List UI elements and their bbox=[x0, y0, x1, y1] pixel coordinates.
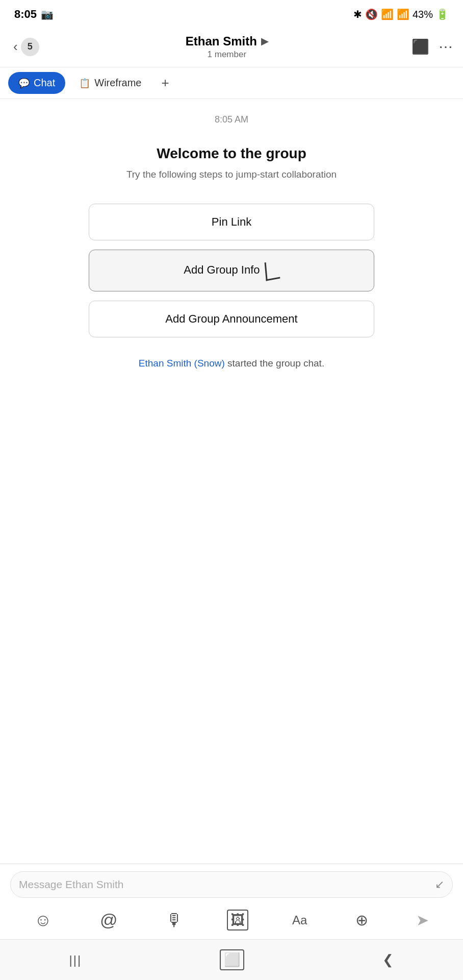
group-started-notice: Ethan Smith (Snow) started the group cha… bbox=[139, 358, 324, 369]
message-input-container[interactable]: Message Ethan Smith ↙ bbox=[10, 871, 453, 898]
font-icon[interactable]: Aa bbox=[288, 911, 311, 929]
started-text: started the group chat. bbox=[225, 358, 324, 369]
status-icons: ✱ 🔇 📶 📶 43% 🔋 bbox=[353, 8, 449, 20]
video-call-icon[interactable]: ⬛ bbox=[411, 38, 429, 55]
expand-icon[interactable]: ↙ bbox=[435, 878, 444, 891]
wireframe-tab-label: Wireframe bbox=[94, 77, 141, 89]
message-input[interactable]: Message Ethan Smith bbox=[19, 878, 430, 891]
message-toolbar: ☺ @ 🎙 🖼 Aa ⊕ ➤ bbox=[10, 905, 453, 934]
tabs-bar: 💬 Chat 📋 Wireframe + bbox=[0, 67, 463, 99]
add-tab-button[interactable]: + bbox=[155, 72, 175, 94]
add-group-info-button[interactable]: Add Group Info bbox=[89, 250, 374, 291]
contact-name[interactable]: Ethan Smith ▶ bbox=[42, 34, 411, 48]
welcome-subtitle: Try the following steps to jump-start co… bbox=[126, 169, 337, 180]
header-center: Ethan Smith ▶ 1 member bbox=[42, 34, 411, 60]
more-options-icon[interactable]: ⋯ bbox=[439, 38, 453, 55]
wireframe-tab-icon: 📋 bbox=[79, 78, 90, 89]
back-badge: 5 bbox=[21, 38, 39, 56]
image-icon[interactable]: 🖼 bbox=[227, 910, 248, 930]
chat-tab-icon: 💬 bbox=[18, 78, 30, 89]
back-button[interactable]: ‹ 5 bbox=[10, 35, 42, 59]
system-nav-bar: ||| ⬜ ❮ bbox=[0, 939, 463, 980]
emoji-icon[interactable]: ☺ bbox=[30, 908, 56, 932]
wifi-icon: 📶 bbox=[381, 8, 394, 20]
starter-name[interactable]: Ethan Smith (Snow) bbox=[139, 358, 225, 369]
message-bar: Message Ethan Smith ↙ ☺ @ 🎙 🖼 Aa ⊕ ➤ bbox=[0, 864, 463, 939]
action-buttons: Pin Link Add Group Info Add Group Announ… bbox=[89, 204, 374, 337]
pin-link-button[interactable]: Pin Link bbox=[89, 204, 374, 240]
header-actions: ⬛ ⋯ bbox=[411, 38, 453, 55]
chat-content: 8:05 AM Welcome to the group Try the fol… bbox=[0, 99, 463, 864]
send-icon[interactable]: ➤ bbox=[412, 909, 433, 931]
battery-icon: 🔋 bbox=[436, 8, 449, 20]
status-time: 8:05 📷 bbox=[14, 8, 54, 21]
bluetooth-icon: ✱ bbox=[353, 8, 362, 20]
mic-icon[interactable]: 🎙 bbox=[162, 908, 187, 932]
signal-icon: 📶 bbox=[397, 8, 409, 20]
tab-chat[interactable]: 💬 Chat bbox=[8, 72, 65, 94]
chat-tab-label: Chat bbox=[34, 77, 55, 89]
welcome-title: Welcome to the group bbox=[157, 145, 306, 162]
mute-icon: 🔇 bbox=[365, 8, 378, 20]
member-count: 1 member bbox=[42, 50, 411, 60]
chat-timestamp: 8:05 AM bbox=[215, 114, 248, 125]
add-group-announcement-button[interactable]: Add Group Announcement bbox=[89, 301, 374, 337]
status-bar: 8:05 📷 ✱ 🔇 📶 📶 43% 🔋 bbox=[0, 0, 463, 27]
camera-icon: 📷 bbox=[41, 8, 54, 20]
welcome-section: Welcome to the group Try the following s… bbox=[73, 145, 390, 180]
add-attachment-icon[interactable]: ⊕ bbox=[351, 909, 372, 931]
name-text: Ethan Smith bbox=[186, 34, 257, 48]
back-arrow-icon: ‹ bbox=[13, 39, 18, 55]
battery-display: 43% bbox=[413, 9, 433, 20]
cursor-indicator bbox=[264, 260, 280, 281]
home-icon[interactable]: ⬜ bbox=[220, 949, 244, 970]
name-chevron-icon: ▶ bbox=[261, 36, 268, 47]
chat-header: ‹ 5 Ethan Smith ▶ 1 member ⬛ ⋯ bbox=[0, 27, 463, 67]
add-group-info-label: Add Group Info bbox=[184, 263, 260, 276]
recent-apps-icon[interactable]: ||| bbox=[69, 953, 82, 967]
time-display: 8:05 bbox=[14, 8, 37, 21]
back-nav-icon[interactable]: ❮ bbox=[382, 952, 394, 968]
tab-wireframe[interactable]: 📋 Wireframe bbox=[68, 71, 152, 94]
mention-icon[interactable]: @ bbox=[96, 908, 122, 932]
